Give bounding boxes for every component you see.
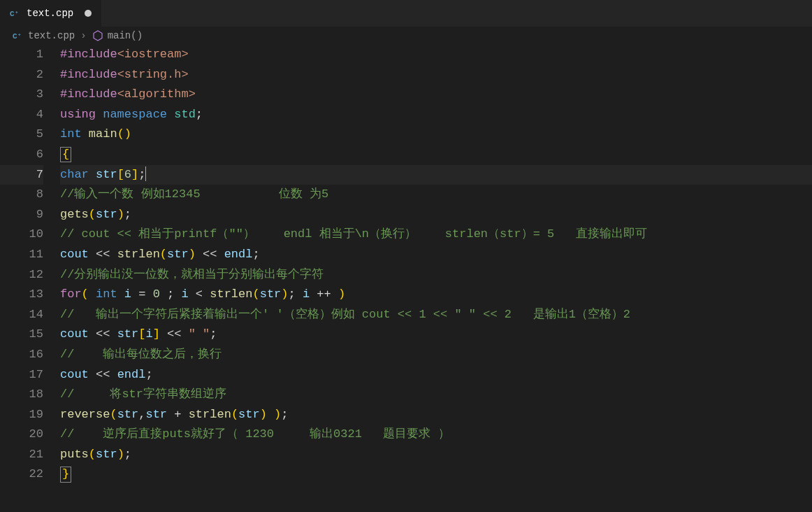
token-brace: (	[252, 287, 259, 301]
token-ns: std	[174, 108, 196, 121]
token-brace: [	[117, 168, 124, 181]
token-pp: #include	[60, 68, 117, 81]
token-op	[296, 287, 303, 301]
cpp-file-icon: C⁺	[13, 30, 24, 41]
token-com: // 输出一个字符后紧接着输出一个' '（空格）例如 cout << 1 << …	[60, 308, 630, 321]
token-op: ++	[310, 287, 338, 301]
line-number: 7	[0, 165, 43, 185]
line-number: 2	[0, 65, 43, 85]
token-brace: [	[138, 327, 145, 341]
code-line[interactable]: for( int i = 0 ; i < strlen(str); i ++ )	[60, 285, 812, 305]
token-fn: reverse	[60, 408, 110, 421]
code-line[interactable]: #include<algorithm>	[60, 85, 812, 105]
code-line[interactable]: cout << str[i] << " ";	[60, 325, 812, 345]
token-op	[89, 287, 96, 301]
line-number: 4	[0, 105, 43, 125]
code-line[interactable]: cout << endl;	[60, 365, 812, 385]
token-fn: gets	[60, 208, 89, 221]
token-var: str	[260, 287, 282, 301]
token-brace: (	[110, 408, 117, 421]
code-line[interactable]: }	[60, 464, 812, 485]
token-op: +	[167, 408, 189, 421]
breadcrumb-symbol-label: main()	[108, 30, 143, 41]
token-op: <<	[89, 327, 117, 341]
code-line[interactable]: {	[60, 145, 812, 165]
token-pun: ;	[138, 168, 145, 181]
line-number: 13	[0, 285, 43, 305]
token-brace: (	[160, 248, 167, 261]
token-var: str	[96, 448, 117, 461]
token-pp: #include	[60, 87, 117, 101]
token-brace: (	[231, 408, 238, 421]
token-com: // cout << 相当于printf（""） endl 相当于\n（换行） …	[60, 227, 647, 241]
code-line[interactable]: int main()	[60, 125, 812, 145]
token-var: i	[181, 287, 188, 301]
line-number: 1	[0, 45, 43, 65]
token-pp: for	[60, 287, 82, 301]
line-number: 10	[0, 225, 43, 245]
code-line[interactable]: gets(str);	[60, 205, 812, 225]
token-var: endl	[224, 248, 253, 261]
code-line[interactable]: reverse(str,str + strlen(str) );	[60, 405, 812, 425]
breadcrumb-file-label: text.cpp	[28, 30, 75, 41]
editor-tab[interactable]: C⁺ text.cpp	[0, 0, 102, 27]
token-fn: puts	[60, 448, 89, 461]
token-var: endl	[117, 368, 146, 381]
code-line[interactable]: // cout << 相当于printf（""） endl 相当于\n（换行） …	[60, 225, 812, 245]
code-line[interactable]: // 输出一个字符后紧接着输出一个' '（空格）例如 cout << 1 << …	[60, 305, 812, 325]
token-pun: ;	[167, 287, 174, 301]
code-line[interactable]: //分别输出没一位数，就相当于分别输出每个字符	[60, 265, 812, 285]
code-line[interactable]: cout << strlen(str) << endl;	[60, 245, 812, 265]
token-brace: )	[124, 127, 131, 141]
token-com: // 将str字符串数组逆序	[60, 387, 226, 401]
token-var: str	[167, 248, 189, 261]
code-line[interactable]: #include<string.h>	[60, 65, 812, 85]
line-number: 9	[0, 205, 43, 225]
code-line[interactable]: // 将str字符串数组逆序	[60, 385, 812, 405]
token-var: cout	[60, 368, 89, 381]
breadcrumb[interactable]: C⁺ text.cpp › main()	[0, 27, 812, 45]
token-inc: <string.h>	[117, 68, 189, 81]
token-fn: strlen	[117, 248, 160, 261]
code-line[interactable]: // 输出每位数之后，换行	[60, 345, 812, 365]
token-op: <<	[160, 327, 189, 341]
token-brace: (	[89, 208, 96, 221]
tab-dirty-indicator-icon	[85, 10, 92, 17]
token-fn: strlen	[189, 408, 231, 421]
code-line[interactable]: using namespace std;	[60, 105, 812, 125]
token-brace: )	[338, 287, 345, 301]
token-op	[160, 287, 167, 301]
token-brace: (	[117, 127, 124, 141]
token-kw: char	[60, 168, 89, 181]
token-op: <<	[196, 248, 224, 261]
token-brace: )	[117, 448, 124, 461]
token-var: str	[96, 208, 117, 221]
token-str: " "	[189, 327, 210, 341]
code-line[interactable]: puts(str);	[60, 445, 812, 465]
token-pun: ;	[210, 327, 217, 341]
cpp-file-icon: C⁺	[10, 8, 21, 19]
token-num: 6	[124, 168, 131, 181]
breadcrumb-symbol[interactable]: main()	[92, 30, 143, 41]
code-line[interactable]: //输入一个数 例如12345 位数 为5	[60, 185, 812, 205]
token-op	[82, 127, 89, 141]
line-number: 6	[0, 145, 43, 165]
token-op: <<	[89, 368, 117, 381]
token-var: i	[303, 287, 310, 301]
token-brace: )	[260, 408, 267, 421]
symbol-method-icon	[92, 30, 103, 41]
svg-text:C⁺: C⁺	[13, 32, 22, 41]
code-content[interactable]: #include<iostream>#include<string.h>#inc…	[60, 45, 812, 512]
code-editor[interactable]: 12345678910111213141516171819202122 #inc…	[0, 45, 812, 512]
token-com: //输入一个数 例如12345 位数 为5	[60, 187, 328, 201]
token-var: i	[145, 327, 152, 341]
code-line[interactable]: char str[6];	[60, 165, 812, 185]
code-line[interactable]: // 逆序后直接puts就好了（ 1230 输出0321 题目要求 ）	[60, 425, 812, 445]
token-op: =	[131, 287, 153, 301]
line-number: 17	[0, 365, 43, 385]
line-number: 11	[0, 245, 43, 265]
token-brace: ]	[153, 327, 160, 341]
code-line[interactable]: #include<iostream>	[60, 45, 812, 65]
token-pp: using	[60, 108, 96, 121]
breadcrumb-file[interactable]: C⁺ text.cpp	[13, 30, 75, 41]
